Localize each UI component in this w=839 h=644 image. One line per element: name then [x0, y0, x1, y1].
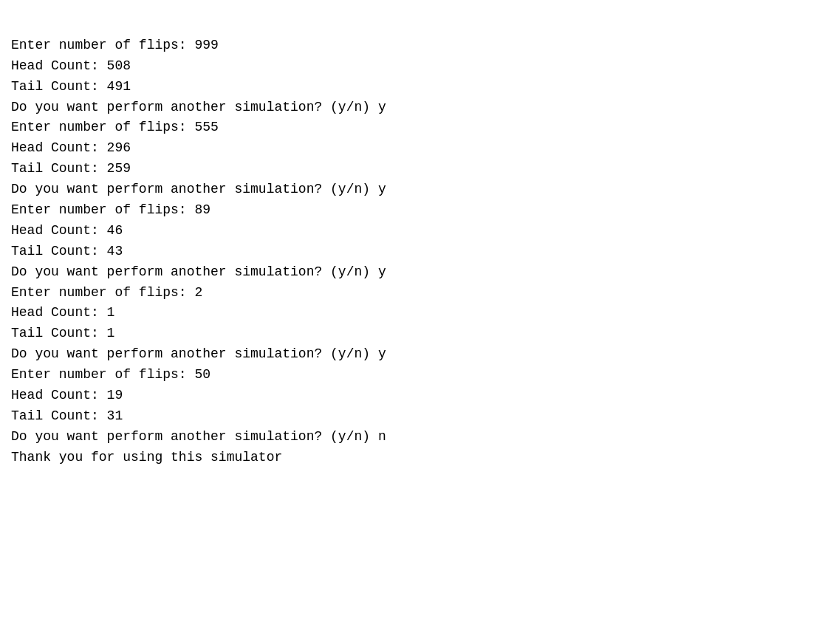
terminal-line-1: Head Count: 508: [11, 56, 828, 77]
terminal-line-14: Tail Count: 1: [11, 323, 828, 344]
terminal-line-12: Enter number of flips: 2: [11, 283, 828, 304]
terminal-line-9: Head Count: 46: [11, 221, 828, 242]
terminal-line-16: Enter number of flips: 50: [11, 365, 828, 386]
terminal-output: Enter number of flips: 999Head Count: 50…: [11, 15, 828, 468]
terminal-line-20: Thank you for using this simulator: [11, 448, 828, 468]
terminal-line-10: Tail Count: 43: [11, 242, 828, 262]
terminal-line-3: Do you want perform another simulation? …: [11, 97, 828, 118]
terminal-line-15: Do you want perform another simulation? …: [11, 344, 828, 365]
terminal-line-18: Tail Count: 31: [11, 406, 828, 427]
terminal-line-0: Enter number of flips: 999: [11, 35, 828, 56]
terminal-line-2: Tail Count: 491: [11, 77, 828, 97]
terminal-line-6: Tail Count: 259: [11, 159, 828, 179]
terminal-line-5: Head Count: 296: [11, 138, 828, 159]
terminal-line-13: Head Count: 1: [11, 303, 828, 323]
terminal-line-8: Enter number of flips: 89: [11, 200, 828, 221]
terminal-line-17: Head Count: 19: [11, 386, 828, 406]
terminal-line-4: Enter number of flips: 555: [11, 117, 828, 138]
terminal-line-7: Do you want perform another simulation? …: [11, 179, 828, 200]
terminal-line-11: Do you want perform another simulation? …: [11, 262, 828, 283]
terminal-line-19: Do you want perform another simulation? …: [11, 427, 828, 448]
